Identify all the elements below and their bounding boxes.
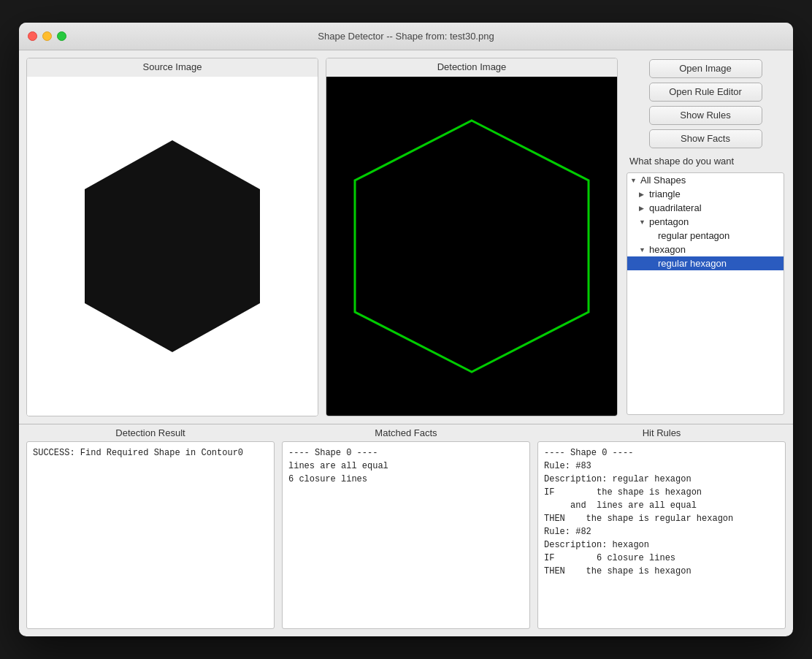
hr-line1: ---- Shape 0 ---- bbox=[544, 446, 779, 460]
hr-line5: and lines are all equal bbox=[544, 499, 779, 512]
matched-facts-column: Matched Facts ---- Shape 0 ---- lines ar… bbox=[282, 424, 530, 629]
app-window: Shape Detector -- Shape from: test30.png… bbox=[19, 23, 793, 636]
tree-label-hexagon: hexagon bbox=[649, 244, 686, 255]
tree-arrow-triangle: ▶ bbox=[639, 191, 648, 198]
detection-result-column: Detection Result SUCCESS: Find Required … bbox=[26, 424, 275, 629]
tree-item-all-shapes[interactable]: ▼ All Shapes bbox=[627, 173, 784, 187]
svg-rect-1 bbox=[329, 107, 614, 385]
source-image-label: Source Image bbox=[27, 58, 318, 77]
main-content: Source Image Detection Image bbox=[19, 50, 793, 636]
what-shape-label: What shape do you want bbox=[625, 153, 786, 168]
shape-tree[interactable]: ▼ All Shapes ▶ triangle ▶ quadrilateral bbox=[627, 172, 784, 415]
hr-line7: Rule: #82 bbox=[544, 525, 779, 538]
show-facts-button[interactable]: Show Facts bbox=[649, 129, 762, 148]
window-title: Shape Detector -- Shape from: test30.png bbox=[318, 31, 494, 42]
hr-line6: THEN the shape is regular hexagon bbox=[544, 512, 779, 525]
tree-item-hexagon[interactable]: ▼ hexagon bbox=[627, 243, 784, 256]
tree-item-regular-hexagon[interactable]: regular hexagon bbox=[627, 256, 784, 270]
matched-facts-text: ---- Shape 0 ---- lines are all equal 6 … bbox=[282, 441, 530, 629]
hr-line10: THEN the shape is hexagon bbox=[544, 565, 779, 578]
tree-arrow-hexagon: ▼ bbox=[639, 246, 648, 254]
tree-label-pentagon: pentagon bbox=[649, 216, 689, 227]
traffic-lights bbox=[28, 31, 66, 41]
matched-facts-label: Matched Facts bbox=[282, 424, 530, 441]
bottom-section: Detection Result SUCCESS: Find Required … bbox=[19, 424, 793, 636]
detection-hexagon-image bbox=[329, 107, 614, 385]
detection-image-area bbox=[326, 77, 617, 416]
hr-line4: IF the shape is hexagon bbox=[544, 486, 779, 499]
tree-label-regular-hexagon: regular hexagon bbox=[658, 258, 727, 269]
tree-label-all-shapes: All Shapes bbox=[640, 175, 686, 186]
detection-image-label: Detection Image bbox=[326, 58, 617, 77]
hr-line9: IF 6 closure lines bbox=[544, 552, 779, 565]
tree-label-triangle: triangle bbox=[649, 188, 681, 199]
hit-rules-column: Hit Rules ---- Shape 0 ---- Rule: #83 De… bbox=[537, 424, 786, 629]
hr-line2: Rule: #83 bbox=[544, 460, 779, 473]
source-image-area bbox=[27, 77, 318, 416]
top-section: Source Image Detection Image bbox=[19, 50, 793, 424]
detection-result-content: SUCCESS: Find Required Shape in Contour0 bbox=[33, 448, 243, 458]
tree-arrow-all-shapes: ▼ bbox=[630, 177, 639, 184]
tree-item-regular-pentagon[interactable]: regular pentagon bbox=[627, 229, 784, 243]
source-image-panel: Source Image bbox=[26, 58, 318, 416]
hit-rules-label: Hit Rules bbox=[537, 424, 786, 441]
titlebar: Shape Detector -- Shape from: test30.png bbox=[19, 23, 793, 50]
maximize-button[interactable] bbox=[57, 31, 66, 41]
close-button[interactable] bbox=[28, 31, 37, 41]
hr-line8: Description: hexagon bbox=[544, 538, 779, 552]
tree-item-pentagon[interactable]: ▼ pentagon bbox=[627, 215, 784, 229]
hit-rules-text: ---- Shape 0 ---- Rule: #83 Description:… bbox=[537, 441, 786, 629]
open-rule-editor-button[interactable]: Open Rule Editor bbox=[649, 83, 762, 102]
matched-facts-line1: ---- Shape 0 ---- bbox=[288, 446, 524, 460]
matched-facts-line3: 6 closure lines bbox=[288, 473, 524, 486]
open-image-button[interactable]: Open Image bbox=[649, 59, 762, 78]
tree-label-regular-pentagon: regular pentagon bbox=[658, 230, 729, 241]
tree-item-quadrilateral[interactable]: ▶ quadrilateral bbox=[627, 201, 784, 215]
hr-line3: Description: regular hexagon bbox=[544, 473, 779, 486]
matched-facts-line2: lines are all equal bbox=[288, 460, 524, 473]
tree-item-triangle[interactable]: ▶ triangle bbox=[627, 187, 784, 201]
detection-image-panel: Detection Image bbox=[326, 58, 618, 416]
show-rules-button[interactable]: Show Rules bbox=[649, 106, 762, 125]
right-panel: Open Image Open Rule Editor Show Rules S… bbox=[625, 58, 786, 416]
detection-result-label: Detection Result bbox=[26, 424, 275, 441]
detection-result-text: SUCCESS: Find Required Shape in Contour0 bbox=[26, 441, 275, 629]
tree-arrow-pentagon: ▼ bbox=[639, 218, 648, 226]
minimize-button[interactable] bbox=[42, 31, 52, 41]
tree-label-quadrilateral: quadrilateral bbox=[649, 202, 702, 213]
svg-marker-0 bbox=[85, 140, 260, 352]
source-hexagon-image bbox=[66, 126, 278, 367]
tree-arrow-quadrilateral: ▶ bbox=[639, 205, 648, 212]
